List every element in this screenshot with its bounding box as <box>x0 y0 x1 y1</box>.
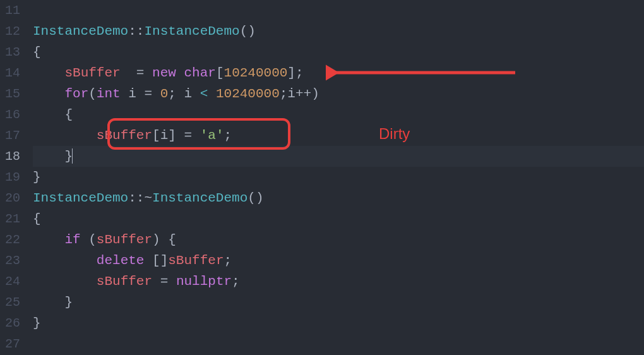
line-number: 26 <box>0 313 20 334</box>
text-cursor <box>72 148 73 164</box>
code-token: ) <box>311 87 319 101</box>
code-line[interactable] <box>33 0 644 21</box>
line-number: 27 <box>0 334 20 354</box>
code-token: if <box>64 232 80 247</box>
code-token: ; i <box>168 87 200 101</box>
code-token: nullptr <box>176 274 232 289</box>
code-token: } <box>33 149 73 164</box>
line-number-gutter: 1112131415161718192021222324252627 <box>0 0 25 355</box>
code-token: sBuffer <box>97 128 152 143</box>
code-token: i <box>121 87 145 101</box>
code-token: sBuffer <box>168 253 224 268</box>
code-token: InstanceDemo <box>144 24 239 39</box>
code-token: 10240000 <box>216 87 280 101</box>
code-token <box>33 66 64 80</box>
code-line[interactable]: sBuffer = new char[10240000]; <box>33 63 644 83</box>
code-token <box>33 253 97 268</box>
code-token: } <box>33 295 73 310</box>
code-line[interactable]: { <box>33 208 644 229</box>
code-token: = <box>136 66 145 80</box>
code-token: () <box>247 191 263 205</box>
code-token <box>152 274 160 289</box>
code-token <box>33 274 97 289</box>
code-line[interactable]: InstanceDemo::~InstanceDemo() <box>33 188 644 208</box>
code-token: ( <box>81 232 97 247</box>
code-token: ; <box>224 128 232 143</box>
code-token: char <box>184 66 216 80</box>
line-number: 11 <box>0 0 20 21</box>
code-token: ::~ <box>128 191 152 205</box>
code-token: } <box>33 170 41 184</box>
code-token <box>168 274 176 289</box>
code-token: 10240000 <box>224 66 288 80</box>
code-token: delete <box>97 253 145 268</box>
code-token: sBuffer <box>64 66 120 80</box>
code-token: () <box>240 24 256 39</box>
code-token: 'a' <box>200 128 224 143</box>
code-editor[interactable]: 1112131415161718192021222324252627 Dirty… <box>0 0 644 355</box>
code-line[interactable]: { <box>33 104 644 125</box>
code-token <box>33 232 64 247</box>
code-line[interactable]: sBuffer[i] = 'a'; <box>33 125 644 146</box>
code-token: ( <box>88 87 97 101</box>
code-line[interactable]: delete []sBuffer; <box>33 250 644 271</box>
code-line[interactable]: } <box>33 313 644 334</box>
code-token: int <box>97 87 121 101</box>
code-line[interactable]: for(int i = 0; i < 10240000;i++) <box>33 83 644 104</box>
code-token: = <box>160 274 169 289</box>
code-token: InstanceDemo <box>33 24 128 39</box>
code-line[interactable]: InstanceDemo::InstanceDemo() <box>33 21 644 42</box>
code-token: ]; <box>287 66 303 80</box>
code-token <box>33 128 97 143</box>
code-token <box>33 87 64 101</box>
code-token: ++ <box>295 87 311 101</box>
code-token: = <box>184 128 192 143</box>
code-line[interactable]: sBuffer = nullptr; <box>33 271 644 292</box>
code-token: 0 <box>160 87 169 101</box>
code-token: sBuffer <box>97 274 152 289</box>
code-line[interactable]: } <box>33 167 644 188</box>
line-number: 13 <box>0 42 20 63</box>
line-number: 19 <box>0 167 20 188</box>
code-token: ; <box>224 253 232 268</box>
code-token: sBuffer <box>97 232 152 247</box>
line-number: 22 <box>0 229 20 250</box>
code-token: < <box>200 87 208 101</box>
code-line[interactable]: } <box>33 146 644 167</box>
line-number: 21 <box>0 208 20 229</box>
code-area[interactable]: Dirty InstanceDemo::InstanceDemo(){ sBuf… <box>25 0 644 355</box>
code-token: [] <box>144 253 168 268</box>
line-number: 16 <box>0 104 20 125</box>
code-token: { <box>33 212 41 226</box>
code-line[interactable] <box>33 334 644 354</box>
code-token: = <box>144 87 152 101</box>
line-number: 15 <box>0 83 20 104</box>
code-token <box>152 87 160 101</box>
line-number: 14 <box>0 63 20 83</box>
code-token <box>121 66 136 80</box>
line-number: 24 <box>0 271 20 292</box>
code-token: [i] <box>152 128 184 143</box>
line-number: 25 <box>0 292 20 313</box>
code-token: InstanceDemo <box>33 191 128 205</box>
code-token: { <box>33 107 73 122</box>
line-number: 20 <box>0 188 20 208</box>
code-token: :: <box>128 24 144 39</box>
code-token: ;i <box>280 87 295 101</box>
line-number: 23 <box>0 250 20 271</box>
code-line[interactable]: if (sBuffer) { <box>33 229 644 250</box>
code-token: [ <box>216 66 224 80</box>
code-token: ; <box>232 274 240 289</box>
line-number: 17 <box>0 125 20 146</box>
line-number: 18 <box>0 146 20 167</box>
code-token: InstanceDemo <box>152 191 247 205</box>
code-token: ) { <box>152 232 176 247</box>
code-token <box>176 66 184 80</box>
code-token <box>144 66 152 80</box>
code-token: new <box>152 66 176 80</box>
code-token: { <box>33 45 41 59</box>
code-token: for <box>64 87 88 101</box>
code-line[interactable]: } <box>33 292 644 313</box>
code-token <box>192 128 200 143</box>
code-line[interactable]: { <box>33 42 644 63</box>
